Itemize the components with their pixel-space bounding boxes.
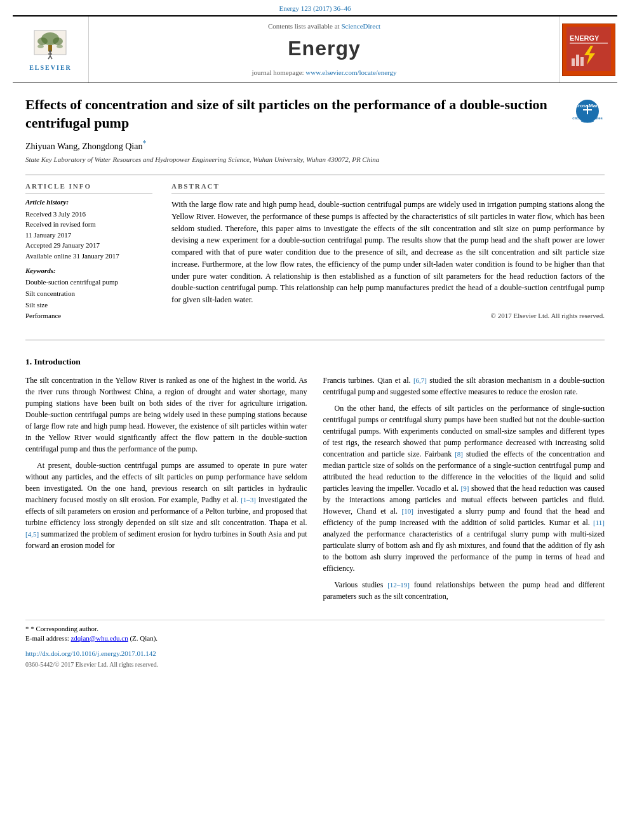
journal-title: Energy: [288, 34, 360, 63]
article-history-title: Article history:: [25, 197, 152, 207]
issn-text: 0360-5442/© 2017 Elsevier Ltd. All right…: [25, 660, 605, 669]
svg-text:ENERGY: ENERGY: [570, 34, 600, 42]
author-note: *: [142, 139, 146, 147]
abstract-text: With the large flow rate and high pump h…: [171, 199, 605, 306]
received-date: Received 3 July 2016: [25, 209, 152, 220]
intro-para-1: The silt concentration in the Yellow Riv…: [25, 375, 307, 455]
revised-date: 11 January 2017: [25, 230, 152, 241]
keywords-section: Keywords: Double-suction centrifugal pum…: [25, 266, 152, 322]
ref-12-19-link[interactable]: [12–19]: [387, 581, 410, 589]
section-number: 1.: [25, 357, 32, 366]
svg-point-7: [49, 50, 51, 53]
svg-rect-18: [580, 57, 584, 66]
introduction-section: 1. Introduction The silt concentration i…: [25, 356, 605, 607]
header-divider: [25, 175, 605, 175]
svg-point-2: [37, 37, 48, 45]
section-title: Introduction: [34, 357, 81, 366]
doi-link[interactable]: http://dx.doi.org/10.1016/j.energy.2017.…: [25, 650, 156, 657]
article-info-panel: ARTICLE INFO Article history: Received 3…: [25, 182, 152, 327]
ref-10-link[interactable]: [10]: [401, 507, 413, 515]
svg-point-6: [57, 44, 63, 48]
svg-point-5: [37, 44, 44, 48]
email-link[interactable]: zdqian@whu.edu.cn: [70, 634, 128, 642]
accepted-date: Accepted 29 January 2017: [25, 240, 152, 251]
affiliation-text: State Key Laboratory of Water Resources …: [25, 155, 605, 164]
authors-line: Zhiyuan Wang, Zhongdong Qian*: [25, 138, 605, 152]
keyword-3: Silt size: [25, 300, 152, 311]
crossmark-badge: CrossMark click for updates: [570, 96, 605, 131]
corresponding-label: * Corresponding author.: [30, 625, 98, 632]
svg-line-10: [48, 56, 50, 59]
keyword-2: Silt concentration: [25, 288, 152, 300]
email-label: E-mail address:: [25, 634, 69, 642]
citation-text: Energy 123 (2017) 36–46: [279, 4, 351, 12]
elsevier-name: ELSEVIER: [29, 63, 72, 72]
ref-8-link[interactable]: [8]: [455, 450, 463, 458]
svg-point-3: [53, 37, 63, 45]
journal-header: ELSEVIER Contents lists available at Sci…: [13, 15, 617, 83]
article-info-header: ARTICLE INFO: [25, 182, 152, 194]
ref-1-3-link[interactable]: [1–3]: [241, 496, 256, 503]
intro-para-2: At present, double-suction centrifugal p…: [25, 460, 307, 551]
journal-homepage-line: journal homepage: www.elsevier.com/locat…: [251, 68, 396, 77]
authors-text: Zhiyuan Wang, Zhongdong Qian: [25, 142, 142, 151]
elsevier-logo-section: ELSEVIER: [13, 17, 89, 83]
ref-4-5-link[interactable]: [4,5]: [25, 530, 39, 538]
elsevier-tree-icon: [31, 27, 69, 62]
svg-rect-17: [576, 55, 579, 66]
ref-6-7-link[interactable]: [6,7]: [413, 377, 427, 384]
right-para-3: Various studies [12–19] found relationsh…: [323, 579, 605, 602]
received-revised-label: Received in revised form: [25, 219, 152, 230]
footnote-area: * * Corresponding author. E-mail address…: [25, 620, 605, 644]
ref-11-link[interactable]: [11]: [593, 519, 605, 526]
article-history-content: Received 3 July 2016 Received in revised…: [25, 209, 152, 262]
available-date: Available online 31 January 2017: [25, 251, 152, 262]
energy-logo-section: ENERGY: [560, 17, 617, 83]
doi-area: http://dx.doi.org/10.1016/j.energy.2017.…: [25, 649, 605, 669]
svg-rect-16: [572, 58, 575, 66]
article-history-section: Article history: Received 3 July 2016 Re…: [25, 197, 152, 261]
journal-center-block: Contents lists available at ScienceDirec…: [89, 17, 560, 83]
sciencedirect-link[interactable]: ScienceDirect: [341, 22, 380, 30]
body-columns: The silt concentration in the Yellow Riv…: [25, 375, 605, 607]
copyright-text: © 2017 Elsevier Ltd. All rights reserved…: [171, 311, 605, 321]
left-body-column: The silt concentration in the Yellow Riv…: [25, 375, 307, 607]
svg-line-11: [50, 56, 52, 59]
abstract-header: ABSTRACT: [171, 182, 605, 194]
svg-text:click for updates: click for updates: [572, 116, 603, 120]
body-divider: [25, 340, 605, 340]
article-title-text: Effects of concentration and size of sil…: [25, 97, 547, 131]
contents-available-text: Contents lists available at ScienceDirec…: [268, 22, 380, 31]
abstract-panel: ABSTRACT With the large flow rate and hi…: [171, 182, 605, 327]
corresponding-symbol: *: [25, 625, 29, 632]
keywords-title: Keywords:: [25, 266, 152, 276]
keyword-1: Double-suction centrifugal pump: [25, 277, 152, 288]
top-bar: Energy 123 (2017) 36–46: [0, 0, 630, 15]
right-para-2: On the other hand, the effects of silt p…: [323, 403, 605, 574]
email-suffix: (Z. Qian).: [130, 634, 158, 642]
crossmark-icon: CrossMark click for updates: [572, 97, 603, 129]
journal-homepage-link[interactable]: www.elsevier.com/locate/energy: [305, 69, 396, 76]
keyword-4: Performance: [25, 310, 152, 322]
article-title-block: Effects of concentration and size of sil…: [25, 96, 605, 132]
right-body-column: Francis turbines. Qian et al. [6,7] stud…: [323, 375, 605, 607]
energy-logo-box: ENERGY: [562, 23, 615, 76]
energy-logo-icon: ENERGY: [566, 27, 611, 71]
right-para-1: Francis turbines. Qian et al. [6,7] stud…: [323, 375, 605, 397]
intro-heading: 1. Introduction: [25, 356, 605, 368]
article-info-abstract-section: ARTICLE INFO Article history: Received 3…: [25, 182, 605, 327]
ref-9-link[interactable]: [9]: [461, 484, 469, 492]
main-content: Effects of concentration and size of sil…: [0, 83, 630, 682]
corresponding-author-note: * * Corresponding author.: [25, 624, 605, 634]
keywords-list: Double-suction centrifugal pump Silt con…: [25, 277, 152, 321]
email-line: E-mail address: zdqian@whu.edu.cn (Z. Qi…: [25, 634, 605, 643]
